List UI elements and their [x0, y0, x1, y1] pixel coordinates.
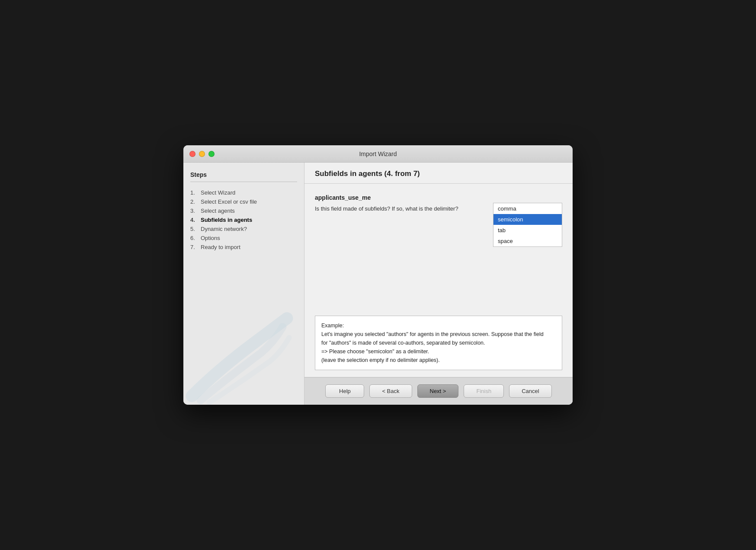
steps-list: 1. Select Wizard 2. Select Excel or csv … [190, 188, 297, 252]
title-bar: Import Wizard [183, 145, 573, 163]
option-tab[interactable]: tab [493, 225, 562, 236]
minimize-button[interactable] [199, 151, 205, 157]
back-button[interactable]: < Back [369, 384, 412, 398]
example-line-2: for "authors" is made of several co-auth… [321, 340, 485, 346]
question-row: Is this field made of subfields? If so, … [315, 203, 562, 247]
footer: Help < Back Next > Finish Cancel [304, 377, 573, 405]
main-header: Subfields in agents (4. from 7) [304, 163, 573, 184]
content-area: applicants_use_me Is this field made of … [304, 184, 573, 377]
help-button[interactable]: Help [325, 384, 364, 398]
field-name-label: applicants_use_me [315, 194, 562, 201]
maximize-button[interactable] [208, 151, 215, 157]
step-4-active: 4. Subfields in agents [190, 215, 297, 224]
delimiter-dropdown[interactable]: comma semicolon tab space [493, 203, 562, 247]
step-2: 2. Select Excel or csv file [190, 197, 297, 206]
step-5: 5. Dynamic network? [190, 224, 297, 233]
example-title: Example: [321, 323, 344, 329]
example-line-1: Let's imagine you selected "authors" for… [321, 331, 544, 337]
example-line-4: (leave the selection empty if no delimit… [321, 357, 440, 363]
step-title: Subfields in agents (4. from 7) [315, 169, 420, 178]
window-body: Steps 1. Select Wizard 2. Select Excel o… [183, 163, 573, 405]
option-comma[interactable]: comma [493, 203, 562, 214]
step-7: 7. Ready to import [190, 243, 297, 252]
step-6: 6. Options [190, 233, 297, 243]
window-controls [189, 151, 215, 157]
example-box: Example: Let's imagine you selected "aut… [315, 316, 562, 370]
option-semicolon[interactable]: semicolon [493, 214, 562, 225]
option-space[interactable]: space [493, 236, 562, 246]
sidebar-title: Steps [190, 171, 297, 182]
example-line-3: => Please choose "semicolon" as a delimi… [321, 349, 429, 355]
window-title: Import Wizard [359, 150, 397, 157]
step-1: 1. Select Wizard [190, 188, 297, 197]
sidebar: Steps 1. Select Wizard 2. Select Excel o… [183, 163, 304, 405]
watermark [183, 310, 304, 405]
import-wizard-window: Import Wizard Steps 1. Select Wizard 2. … [183, 145, 573, 405]
next-button[interactable]: Next > [417, 384, 459, 398]
cancel-button[interactable]: Cancel [509, 384, 551, 398]
field-section: applicants_use_me Is this field made of … [315, 194, 562, 247]
finish-button[interactable]: Finish [464, 384, 504, 398]
delimiter-question: Is this field made of subfields? If so, … [315, 203, 486, 212]
close-button[interactable] [189, 151, 195, 157]
main-content: Subfields in agents (4. from 7) applican… [304, 163, 573, 405]
step-3: 3. Select agents [190, 206, 297, 215]
